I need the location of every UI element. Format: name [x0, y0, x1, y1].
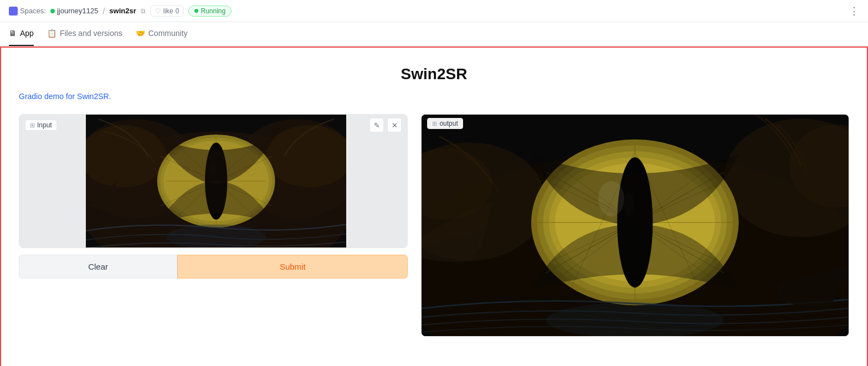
edit-button[interactable]: ✎ — [369, 118, 384, 132]
spaces-text: Spaces: — [20, 7, 46, 15]
output-panel: ⊞ output — [421, 114, 849, 337]
app-container: Swin2SR Gradio demo for Swin2SR. ⊞ Input… — [0, 47, 868, 366]
output-eye-svg — [422, 115, 849, 336]
close-button[interactable]: ✕ — [387, 118, 402, 132]
output-label-text: output — [439, 120, 458, 127]
output-label-icon: ⊞ — [432, 120, 437, 127]
copy-icon[interactable]: ⧉ — [141, 7, 146, 15]
files-icon: 📋 — [47, 29, 57, 38]
running-label: Running — [201, 7, 225, 15]
tab-files[interactable]: 📋 Files and versions — [47, 22, 122, 46]
community-icon: 🤝 — [136, 29, 145, 38]
app-title: Swin2SR — [19, 65, 849, 83]
output-label: ⊞ output — [427, 118, 463, 129]
input-image-actions: ✎ ✕ — [369, 118, 402, 132]
tab-community-label: Community — [148, 29, 188, 38]
app-description: Gradio demo for Swin2SR. — [19, 92, 849, 101]
input-image-panel: ⊞ Input ✎ ✕ — [19, 114, 408, 248]
input-panel-header: ⊞ Input ✎ ✕ — [19, 115, 407, 136]
submit-button[interactable]: Submit — [177, 255, 408, 279]
tab-app-label: App — [20, 29, 34, 38]
clear-button[interactable]: Clear — [19, 255, 177, 279]
output-image-panel: ⊞ output — [421, 114, 849, 337]
topbar-slash: / — [102, 7, 105, 16]
output-panel-header: ⊞ output — [422, 115, 468, 132]
tab-app[interactable]: 🖥 App — [9, 22, 34, 46]
input-label-text: Input — [37, 121, 52, 129]
topbar-user[interactable]: jjourney1125 — [50, 7, 98, 15]
like-button[interactable]: ♡ like 0 — [150, 6, 184, 17]
main-content: Swin2SR Gradio demo for Swin2SR. ⊞ Input… — [1, 48, 867, 350]
panels-row: ⊞ Input ✎ ✕ — [19, 114, 849, 337]
more-button[interactable]: ⋮ — [849, 5, 859, 17]
like-count: 0 — [176, 7, 179, 15]
spaces-label: Spaces: — [9, 7, 46, 16]
tab-files-label: Files and versions — [60, 29, 122, 38]
running-status: Running — [188, 6, 232, 17]
tab-community[interactable]: 🤝 Community — [136, 22, 188, 46]
topbar: Spaces: jjourney1125 / swin2sr ⧉ ♡ like … — [0, 0, 868, 22]
running-dot — [194, 9, 198, 13]
svg-point-41 — [598, 181, 624, 216]
input-label: ⊞ Input — [25, 120, 57, 131]
image-label-icon: ⊞ — [30, 122, 35, 129]
topbar-repo[interactable]: swin2sr — [109, 7, 136, 15]
app-icon: 🖥 — [9, 29, 17, 38]
heart-icon: ♡ — [155, 7, 161, 15]
output-image-container — [422, 115, 849, 336]
spaces-icon — [9, 7, 18, 16]
navtabs: 🖥 App 📋 Files and versions 🤝 Community — [0, 22, 868, 47]
input-panel: ⊞ Input ✎ ✕ — [19, 114, 408, 279]
buttons-row: Clear Submit — [19, 255, 408, 279]
like-label: like — [163, 7, 173, 15]
